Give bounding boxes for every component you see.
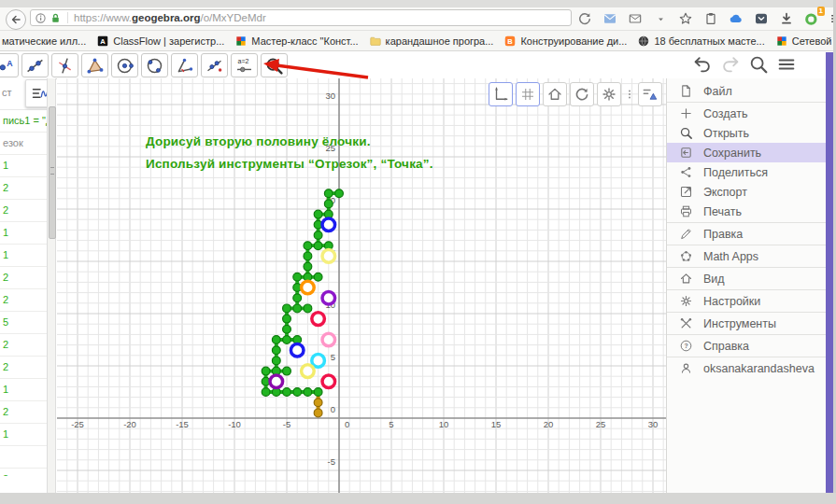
- bookmark-item[interactable]: матические илл...: [2, 35, 86, 47]
- algebra-row[interactable]: 1: [0, 155, 47, 177]
- slider-tool-button[interactable]: a=2: [231, 53, 258, 77]
- polygon-tool-button[interactable]: [81, 53, 108, 77]
- menu-item-plus[interactable]: Создать: [667, 104, 826, 123]
- menu-item-print[interactable]: Печать: [667, 202, 826, 221]
- bookmark-item[interactable]: 18 бесплатных масте...: [637, 35, 764, 48]
- star-button[interactable]: [676, 9, 695, 28]
- algebra-scrollbar[interactable]: [47, 78, 56, 493]
- ornament-circle[interactable]: [302, 365, 315, 378]
- menu-item-open[interactable]: Открыть: [667, 123, 826, 143]
- undo-button[interactable]: [692, 54, 713, 75]
- reflect-tool-button[interactable]: [201, 53, 228, 77]
- redo-button[interactable]: [720, 54, 741, 75]
- tree-point[interactable]: [283, 367, 291, 375]
- menu-item-user[interactable]: oksanakarandasheva: [667, 358, 826, 378]
- bookmark-item[interactable]: карандашное програ...: [369, 35, 494, 48]
- algebra-row[interactable]: 1: [0, 424, 47, 446]
- clipboard-button[interactable]: [701, 9, 720, 28]
- trunk-point[interactable]: [314, 399, 322, 407]
- ornament-circle[interactable]: [322, 291, 335, 304]
- circle-points-tool-button[interactable]: [141, 53, 168, 77]
- menu-item-mathapps[interactable]: Math Apps: [667, 246, 826, 266]
- tree-point[interactable]: [293, 388, 302, 397]
- tree-point[interactable]: [314, 388, 322, 397]
- tree-point[interactable]: [304, 262, 312, 271]
- algebra-row[interactable]: 2: [0, 357, 47, 379]
- more-toggle-button[interactable]: [624, 83, 635, 105]
- algebra-row[interactable]: 2: [0, 469, 47, 476]
- graphics-view[interactable]: -25-20-15-10-5051015202530302520151050-5…: [57, 78, 666, 493]
- tree-point[interactable]: [293, 294, 302, 302]
- menu-item-share[interactable]: Поделиться: [667, 162, 826, 182]
- bookmark-item[interactable]: Сетевой проект "Пла...: [775, 35, 836, 48]
- scrollbar-thumb[interactable]: [49, 106, 56, 239]
- tree-point[interactable]: [283, 336, 291, 344]
- tree-point[interactable]: [262, 367, 270, 375]
- info-icon[interactable]: [35, 12, 47, 24]
- tree-point[interactable]: [283, 304, 291, 313]
- algebra-row[interactable]: 2: [0, 200, 47, 222]
- ornament-circle[interactable]: [322, 333, 335, 346]
- algebra-row[interactable]: 2: [0, 177, 47, 200]
- tree-point[interactable]: [293, 304, 302, 313]
- tree-point[interactable]: [324, 189, 333, 198]
- tree-point[interactable]: [283, 388, 291, 397]
- algebra-style-button[interactable]: [25, 79, 47, 107]
- ornament-circle[interactable]: [290, 343, 304, 357]
- reset-toggle-button[interactable]: [570, 82, 594, 106]
- pocket-button[interactable]: [752, 9, 771, 28]
- algebra-row[interactable]: 1: [0, 245, 47, 267]
- tree-point[interactable]: [272, 336, 280, 344]
- bookmark-item[interactable]: BКонструирование ди...: [503, 35, 627, 48]
- line-tool-button[interactable]: [21, 53, 49, 77]
- back-button[interactable]: [6, 9, 26, 30]
- algebra-row[interactable]: 2: [0, 267, 47, 289]
- algebra-row[interactable]: [0, 446, 47, 469]
- bookmark-item[interactable]: AClassFlow | зарегистр...: [96, 35, 224, 48]
- trunk-point[interactable]: [314, 409, 322, 417]
- tree-point[interactable]: [304, 252, 312, 260]
- tree-point[interactable]: [272, 357, 280, 365]
- algebra-row[interactable]: 2: [0, 401, 47, 424]
- ornament-circle[interactable]: [322, 218, 335, 231]
- menu-item-help[interactable]: ?Справка: [667, 336, 826, 356]
- ornament-circle[interactable]: [270, 375, 283, 388]
- tree-point[interactable]: [314, 231, 322, 240]
- ornament-circle[interactable]: [322, 375, 335, 388]
- algebra-row[interactable]: пись1 = "Дор: [0, 110, 47, 133]
- ornament-circle[interactable]: [312, 355, 325, 368]
- tree-point[interactable]: [272, 346, 280, 355]
- menu-item-file[interactable]: Файл: [667, 81, 826, 101]
- tree-point[interactable]: [335, 189, 344, 198]
- menu-item-edit[interactable]: Правка: [667, 224, 826, 244]
- ggb-button[interactable]: 1: [802, 9, 821, 28]
- ornament-circle[interactable]: [312, 313, 325, 326]
- download-button[interactable]: [777, 9, 796, 28]
- menu-item-export[interactable]: Экспорт: [667, 182, 826, 202]
- algebra-row[interactable]: 2: [0, 334, 47, 357]
- algebra-row[interactable]: 1: [0, 222, 47, 245]
- tree-point[interactable]: [304, 242, 312, 250]
- ornament-circle[interactable]: [322, 250, 335, 263]
- url-bar[interactable]: https://www.geogebra.org/o/MxYDeMdr: [30, 9, 572, 26]
- grid-toggle-button[interactable]: [516, 82, 540, 106]
- menu-button[interactable]: [776, 54, 797, 75]
- menu-item-save[interactable]: Сохранить: [667, 143, 826, 162]
- angle-tool-button[interactable]: [171, 53, 198, 77]
- gear-toggle-button[interactable]: [597, 82, 621, 106]
- algebra-row[interactable]: 1: [0, 379, 47, 401]
- tree-point[interactable]: [304, 304, 312, 313]
- search-button[interactable]: [748, 54, 769, 75]
- tree-point[interactable]: [314, 242, 322, 250]
- mail-button[interactable]: [601, 9, 619, 28]
- tree-point[interactable]: [283, 315, 291, 323]
- menu-item-gear[interactable]: Настройки: [667, 291, 826, 311]
- tree-point[interactable]: [262, 388, 270, 397]
- algebra-row[interactable]: езок: [0, 133, 47, 155]
- circle-center-tool-button[interactable]: [111, 53, 138, 77]
- bookmark-item[interactable]: Мастер-класс "Конст...: [234, 35, 358, 48]
- algebra-row[interactable]: 2: [0, 289, 47, 312]
- tree-point[interactable]: [314, 273, 322, 281]
- algebra-row[interactable]: 5: [0, 312, 47, 334]
- axes-toggle-button[interactable]: [489, 82, 513, 106]
